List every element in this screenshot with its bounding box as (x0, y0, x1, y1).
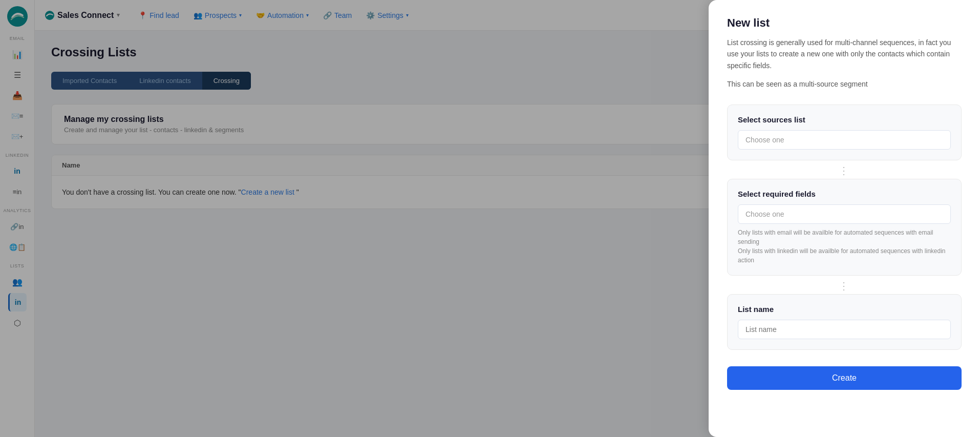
sources-list-section: Select sources list Choose one (727, 105, 962, 160)
divider-dots-2: ⋮ (727, 280, 962, 292)
sources-list-select[interactable]: Choose one (738, 130, 951, 150)
required-fields-note-line2: Only lists with linkedin will be availbl… (738, 247, 946, 264)
sources-list-label: Select sources list (738, 115, 951, 124)
required-fields-note: Only lists with email will be availble f… (738, 228, 951, 265)
new-list-panel: New list List crossing is generally used… (709, 0, 980, 437)
list-name-label: List name (738, 305, 951, 314)
divider-dots-1: ⋮ (727, 164, 962, 177)
required-fields-select[interactable]: Choose one (738, 204, 951, 224)
required-fields-section: Select required fields Choose one Only l… (727, 179, 962, 276)
list-name-input[interactable] (738, 320, 951, 339)
panel-title: New list (727, 16, 962, 30)
create-button[interactable]: Create (727, 366, 962, 390)
required-fields-note-line1: Only lists with email will be availble f… (738, 229, 933, 245)
list-name-section: List name (727, 294, 962, 350)
panel-sub-description: This can be seen as a multi-source segme… (727, 78, 962, 90)
panel-description: List crossing is generally used for mult… (727, 37, 962, 71)
required-fields-label: Select required fields (738, 190, 951, 198)
